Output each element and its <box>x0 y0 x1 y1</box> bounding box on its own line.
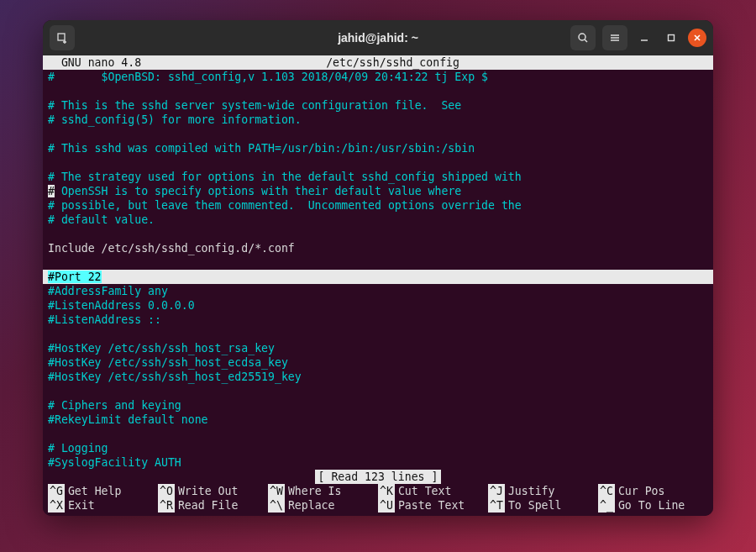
file-line: #HostKey /etc/ssh/ssh_host_ed25519_key <box>43 370 713 384</box>
shortcut-cur-pos[interactable]: ^CCur Pos <box>598 484 708 498</box>
file-line <box>43 427 713 441</box>
nano-filename-label: /etc/ssh/sshd_config <box>326 56 459 69</box>
file-line: Include /etc/ssh/sshd_config.d/*.conf <box>43 241 713 255</box>
nano-status-bar: [ Read 123 lines ] <box>43 470 713 484</box>
shortcut-row-2: ^XExit ^RRead File ^\Replace ^UPaste Tex… <box>48 498 708 513</box>
shortcut-get-help[interactable]: ^GGet Help <box>48 484 158 498</box>
shortcut-where-is[interactable]: ^WWhere Is <box>268 484 378 498</box>
new-tab-button[interactable] <box>50 25 75 50</box>
file-line <box>43 227 713 241</box>
maximize-icon <box>666 33 676 43</box>
terminal-body[interactable]: GNU nano 4.8/etc/ssh/sshd_config # $Open… <box>43 55 713 516</box>
file-line: # $OpenBSD: sshd_config,v 1.103 2018/04/… <box>43 70 713 84</box>
file-line: #AddressFamily any <box>43 284 713 298</box>
file-line <box>43 327 713 341</box>
shortcut-to-spell[interactable]: ^TTo Spell <box>488 498 598 513</box>
nano-shortcut-bar: ^GGet Help ^OWrite Out ^WWhere Is ^KCut … <box>43 484 713 513</box>
desktop-background: jahid@jahid: ~ <box>0 0 756 552</box>
file-line: # Logging <box>43 441 713 455</box>
file-line <box>43 84 713 98</box>
svg-rect-9 <box>669 35 675 41</box>
shortcut-row-1: ^GGet Help ^OWrite Out ^WWhere Is ^KCut … <box>48 484 708 498</box>
nano-version-label: GNU nano 4.8 <box>48 56 141 69</box>
shortcut-write-out[interactable]: ^OWrite Out <box>158 484 268 498</box>
hamburger-icon <box>609 32 621 44</box>
shortcut-read-file[interactable]: ^RRead File <box>158 498 268 513</box>
shortcut-cut-text[interactable]: ^KCut Text <box>378 484 488 498</box>
highlighted-line: #Port 22 <box>43 270 713 284</box>
new-tab-icon <box>56 32 68 44</box>
window-titlebar: jahid@jahid: ~ <box>43 20 713 55</box>
file-line: #RekeyLimit default none <box>43 413 713 427</box>
file-line: # default value. <box>43 213 713 227</box>
file-line: # This is the sshd server system-wide co… <box>43 98 713 113</box>
search-button[interactable] <box>570 25 596 50</box>
maximize-button[interactable] <box>661 28 681 48</box>
file-line: # Ciphers and keying <box>43 398 713 413</box>
file-line: # The strategy used for options in the d… <box>43 170 713 184</box>
close-icon <box>693 34 701 42</box>
svg-rect-0 <box>58 34 65 40</box>
nano-status-text: [ Read 123 lines ] <box>315 470 442 484</box>
nano-header-bar: GNU nano 4.8/etc/ssh/sshd_config <box>43 55 713 70</box>
file-line: # possible, but leave them commented. Un… <box>43 198 713 213</box>
port-22-text: #Port 22 <box>48 271 102 283</box>
svg-point-3 <box>579 34 585 40</box>
file-line: # sshd_config(5) for more information. <box>43 113 713 127</box>
terminal-window: jahid@jahid: ~ <box>43 20 713 516</box>
search-icon <box>577 32 589 44</box>
shortcut-replace[interactable]: ^\Replace <box>268 498 378 513</box>
file-line: #ListenAddress 0.0.0.0 <box>43 298 713 313</box>
shortcut-paste-text[interactable]: ^UPaste Text <box>378 498 488 513</box>
file-line: #ListenAddress :: <box>43 313 713 327</box>
file-line: # This sshd was compiled with PATH=/usr/… <box>43 141 713 155</box>
hamburger-menu-button[interactable] <box>602 25 627 50</box>
shortcut-exit[interactable]: ^XExit <box>48 498 158 513</box>
shortcut-justify[interactable]: ^JJustify <box>488 484 598 498</box>
svg-line-4 <box>585 39 587 42</box>
file-line <box>43 255 713 270</box>
file-line: #HostKey /etc/ssh/ssh_host_ecdsa_key <box>43 355 713 370</box>
minimize-button[interactable] <box>634 28 654 48</box>
file-line <box>43 384 713 398</box>
minimize-icon <box>639 33 649 43</box>
shortcut-go-to-line[interactable]: ^_Go To Line <box>598 498 708 513</box>
cursor-hash: # <box>48 185 55 197</box>
file-line <box>43 127 713 141</box>
file-line: # OpenSSH is to specify options with the… <box>43 184 713 198</box>
file-line: #SyslogFacility AUTH <box>43 455 713 470</box>
file-line <box>43 155 713 170</box>
file-line: #HostKey /etc/ssh/ssh_host_rsa_key <box>43 341 713 355</box>
close-button[interactable] <box>688 29 706 47</box>
